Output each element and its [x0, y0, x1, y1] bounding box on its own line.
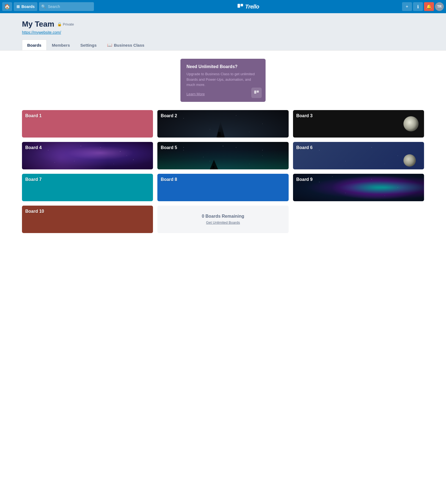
- board-name: Board 9: [296, 177, 313, 182]
- tab-settings[interactable]: Settings: [75, 40, 102, 50]
- tab-boards-label: Boards: [27, 43, 41, 47]
- get-unlimited-link[interactable]: Get Unlimited Boards: [206, 220, 240, 225]
- team-name-row: My Team 🔒 Private: [22, 20, 424, 29]
- board-name: Board 1: [25, 113, 42, 118]
- upgrade-title: Need Unlimited Boards?: [186, 64, 260, 69]
- tab-members[interactable]: Members: [47, 40, 75, 50]
- board-tile[interactable]: Board 3: [293, 110, 424, 138]
- board-name: Board 2: [161, 113, 177, 118]
- board-tile[interactable]: Board 1: [22, 110, 153, 138]
- svg-rect-1: [241, 4, 243, 6]
- plus-icon: +: [406, 4, 408, 9]
- board-tile[interactable]: Board 10: [22, 206, 153, 233]
- board-name: Board 6: [296, 145, 313, 150]
- board-name: Board 3: [296, 113, 313, 118]
- tab-business[interactable]: 📖 Business Class: [102, 40, 150, 50]
- boards-button[interactable]: ⊞ Boards: [14, 2, 37, 11]
- avatar-initials: TR: [437, 5, 442, 9]
- remaining-count: 0 Boards Remaining: [202, 214, 244, 219]
- remaining-boards-tile[interactable]: 0 Boards Remaining Get Unlimited Boards: [157, 206, 288, 233]
- trello-logo: Trello: [96, 3, 400, 10]
- board-tile[interactable]: Board 4: [22, 142, 153, 169]
- search-wrapper: 🔍: [39, 2, 94, 11]
- tab-business-label: Business Class: [114, 43, 144, 47]
- board-tile[interactable]: Board 2: [157, 110, 288, 138]
- info-icon: ℹ: [417, 4, 419, 9]
- grid-placeholder: [293, 206, 424, 233]
- board-tile[interactable]: Board 6: [293, 142, 424, 169]
- boards-grid: Board 1 Board 2 Board 3 Board 4 Board 5: [22, 110, 424, 233]
- tab-members-label: Members: [52, 43, 70, 47]
- logo-icon: [237, 3, 245, 10]
- tabs-bar: Boards Members Settings 📖 Business Class: [22, 40, 424, 50]
- notifications-button[interactable]: 🔔: [424, 2, 434, 11]
- board-tile[interactable]: Board 8: [157, 174, 288, 201]
- privacy-label: Private: [63, 22, 74, 26]
- boards-nav-icon: ⊞: [16, 4, 20, 9]
- moon-decoration: [403, 116, 419, 131]
- nav-right: + ℹ 🔔 TR: [402, 2, 444, 11]
- avatar[interactable]: TR: [435, 2, 444, 11]
- upgrade-description: Upgrade to Business Class to get unlimit…: [186, 71, 260, 88]
- main-content: Need Unlimited Boards? Upgrade to Busine…: [0, 51, 446, 504]
- nebula-decoration: [331, 175, 423, 200]
- page-header: My Team 🔒 Private https://mywebsite.com/…: [0, 13, 446, 51]
- home-button[interactable]: 🏠: [2, 2, 12, 11]
- board-name: Board 10: [25, 209, 44, 214]
- lock-icon: 🔒: [57, 22, 62, 26]
- search-input[interactable]: [39, 2, 94, 11]
- info-button[interactable]: ℹ: [413, 2, 423, 11]
- board-name: Board 8: [161, 177, 177, 182]
- tab-settings-label: Settings: [80, 43, 97, 47]
- upgrade-trello-icon: [251, 88, 262, 98]
- svg-rect-2: [254, 90, 257, 94]
- tab-business-icon: 📖: [107, 43, 112, 47]
- learn-more-link[interactable]: Learn More: [186, 92, 205, 96]
- boards-nav-label: Boards: [21, 4, 35, 9]
- add-button[interactable]: +: [402, 2, 412, 11]
- board-name: Board 7: [25, 177, 42, 182]
- board-name: Board 4: [25, 145, 42, 150]
- board-tile[interactable]: Board 5: [157, 142, 288, 169]
- svg-rect-0: [238, 4, 240, 8]
- board-tile[interactable]: Board 9: [293, 174, 424, 201]
- tab-boards[interactable]: Boards: [22, 40, 47, 50]
- board-tile[interactable]: Board 7: [22, 174, 153, 201]
- team-name: My Team: [22, 20, 54, 29]
- privacy-badge: 🔒 Private: [57, 22, 74, 26]
- logo-text: Trello: [245, 4, 259, 10]
- board-name: Board 5: [161, 145, 177, 150]
- upgrade-banner: Need Unlimited Boards? Upgrade to Busine…: [180, 59, 266, 102]
- svg-rect-3: [257, 90, 259, 93]
- bell-icon: 🔔: [426, 4, 432, 9]
- navbar: 🏠 ⊞ Boards 🔍 Trello + ℹ 🔔 TR: [0, 0, 446, 13]
- moon-decoration: [403, 154, 416, 167]
- team-url-link[interactable]: https://mywebsite.com/: [22, 30, 424, 35]
